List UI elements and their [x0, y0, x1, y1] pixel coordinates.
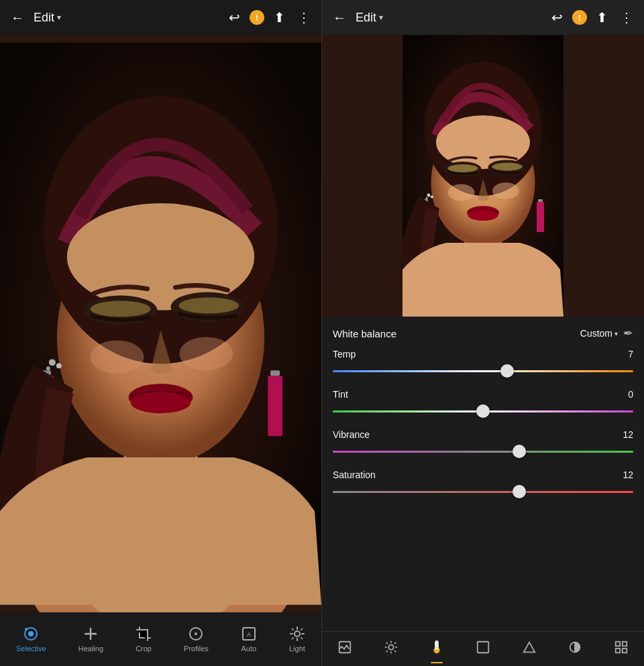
left-alert-icon[interactable]: ! [250, 10, 264, 25]
svg-rect-83 [478, 642, 489, 653]
vibrance-value: 12 [617, 429, 633, 440]
temp-value: 7 [617, 349, 633, 359]
right-portrait [322, 35, 644, 317]
svg-point-56 [468, 210, 498, 221]
svg-point-29 [25, 628, 28, 630]
svg-rect-64 [537, 202, 544, 232]
left-portrait [0, 35, 321, 612]
white-balance-row: White balance Custom ▾ ✒ [333, 326, 633, 341]
controls-panel: White balance Custom ▾ ✒ Temp 7 [322, 317, 644, 631]
left-bottom-toolbar: Selective Healing Crop [0, 612, 321, 666]
tool-selective[interactable]: Selective [9, 622, 53, 657]
svg-point-10 [178, 298, 239, 314]
left-title-text: Edit [34, 11, 54, 25]
svg-point-24 [40, 498, 281, 605]
right-bottom-toolbar [322, 631, 644, 666]
svg-point-67 [426, 197, 428, 199]
right-photo-area [322, 35, 644, 317]
bottom-thermometer-icon[interactable] [425, 636, 448, 662]
right-more-button[interactable]: ⋮ [617, 7, 636, 28]
vibrance-slider-control: Vibrance 12 [333, 429, 633, 459]
bottom-triangle-icon[interactable] [518, 636, 541, 662]
profiles-icon [188, 626, 204, 642]
svg-point-28 [28, 631, 34, 636]
left-share-button[interactable]: ⬆ [271, 7, 288, 28]
temp-slider-header: Temp 7 [333, 349, 633, 359]
selective-label: Selective [16, 645, 46, 653]
vibrance-slider-header: Vibrance 12 [333, 429, 633, 440]
left-title-chevron[interactable]: ▾ [57, 13, 61, 22]
healing-label: Healing [78, 645, 103, 653]
tint-slider-track-container[interactable] [333, 404, 633, 419]
svg-point-25 [91, 340, 144, 374]
temp-label: Temp [333, 349, 356, 359]
left-more-button[interactable]: ⋮ [294, 7, 313, 28]
saturation-slider-track-container[interactable] [333, 484, 633, 499]
temp-track [333, 370, 633, 372]
bottom-sun-icon[interactable] [380, 636, 402, 662]
profiles-label: Profiles [184, 645, 209, 653]
right-alert-icon[interactable]: ! [572, 10, 587, 25]
bottom-image-icon[interactable] [333, 636, 356, 662]
tool-healing[interactable]: Healing [72, 622, 110, 657]
left-topbar: ← Edit ▾ ↩ ! ⬆ ⋮ [0, 0, 321, 35]
svg-point-65 [427, 194, 431, 197]
right-title-chevron[interactable]: ▾ [379, 13, 383, 22]
svg-rect-87 [615, 649, 619, 653]
tool-light[interactable]: Light [282, 622, 312, 657]
bottom-grid-icon[interactable] [610, 636, 633, 662]
svg-rect-88 [622, 649, 626, 653]
bottom-square-icon[interactable] [472, 636, 494, 662]
left-panel: ← Edit ▾ ↩ ! ⬆ ⋮ [0, 0, 322, 666]
svg-point-9 [91, 301, 151, 317]
bottom-halfcircle-icon[interactable] [564, 636, 586, 662]
svg-point-54 [492, 163, 523, 171]
right-edit-title: Edit ▾ [356, 11, 383, 25]
temp-thumb[interactable] [500, 364, 514, 378]
saturation-thumb[interactable] [513, 485, 526, 498]
svg-point-70 [492, 182, 519, 199]
vibrance-slider-track-container[interactable] [333, 444, 633, 459]
tool-crop[interactable]: Crop [129, 622, 158, 657]
temp-slider-control: Temp 7 [333, 349, 633, 378]
svg-point-21 [49, 359, 56, 366]
crop-label: Crop [136, 645, 152, 653]
vibrance-thumb[interactable] [513, 445, 526, 458]
left-back-button[interactable]: ← [8, 7, 27, 28]
left-undo-button[interactable]: ↩ [226, 7, 243, 28]
vibrance-track [333, 451, 633, 453]
tint-slider-control: Tint 0 [333, 389, 633, 419]
right-topbar: ← Edit ▾ ↩ ! ⬆ ⋮ [322, 0, 644, 35]
white-balance-custom[interactable]: Custom ▾ [580, 328, 618, 339]
vibrance-label: Vibrance [333, 429, 370, 440]
app-container: ← Edit ▾ ↩ ! ⬆ ⋮ [0, 0, 644, 666]
tint-slider-header: Tint 0 [333, 389, 633, 400]
selective-icon [23, 626, 39, 642]
svg-point-72 [388, 645, 393, 649]
tool-profiles[interactable]: Profiles [177, 622, 215, 657]
temp-slider-track-container[interactable] [333, 364, 633, 378]
saturation-slider-control: Saturation 12 [333, 469, 633, 499]
tool-auto[interactable]: A Auto [234, 622, 264, 657]
svg-rect-63 [538, 199, 543, 202]
svg-line-77 [386, 643, 388, 644]
svg-point-12 [131, 392, 191, 413]
left-edit-title: Edit ▾ [34, 11, 61, 25]
saturation-value: 12 [617, 469, 633, 480]
saturation-label: Saturation [333, 469, 376, 480]
svg-point-22 [56, 363, 62, 368]
tint-thumb[interactable] [476, 404, 490, 418]
eyedropper-icon[interactable]: ✒ [623, 326, 633, 341]
right-undo-button[interactable]: ↩ [549, 7, 566, 28]
healing-icon [83, 626, 99, 642]
svg-point-68 [423, 263, 543, 317]
right-title-text: Edit [356, 11, 376, 25]
svg-line-42 [301, 628, 303, 630]
svg-point-30 [94, 633, 96, 635]
right-back-button[interactable]: ← [330, 7, 349, 28]
custom-chevron-icon: ▾ [614, 330, 618, 337]
right-share-button[interactable]: ⬆ [594, 7, 610, 28]
svg-rect-86 [622, 642, 626, 646]
svg-point-69 [448, 184, 475, 201]
tint-value: 0 [617, 389, 633, 400]
